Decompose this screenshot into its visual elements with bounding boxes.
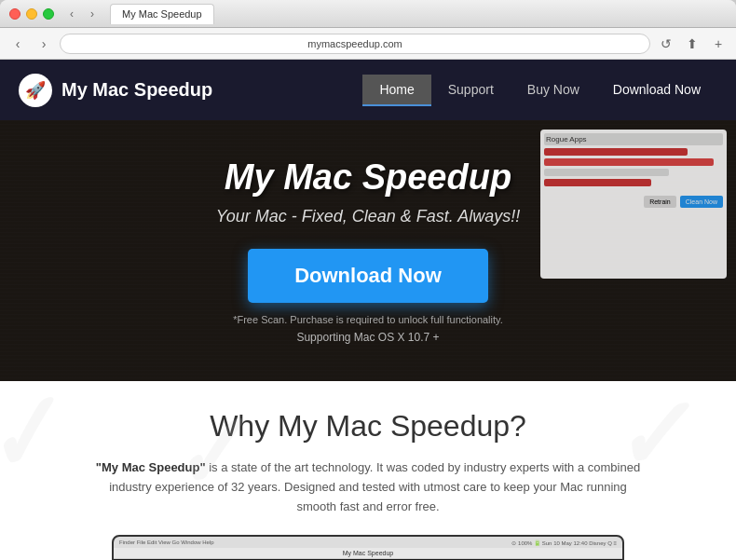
why-description: "My Mac Speedup" is a state of the art t… [89, 458, 647, 516]
tab-title: My Mac Speedup [122, 8, 202, 20]
toolbar-forward[interactable]: › [34, 34, 54, 54]
logo-rocket-icon: 🚀 [25, 80, 46, 101]
add-tab-button[interactable]: + [708, 34, 729, 54]
browser-window: ‹ › My Mac Speedup ‹ › mymacspeedup.com … [0, 0, 736, 60]
url-text: mymacspeedup.com [307, 38, 402, 49]
nav-link-home[interactable]: Home [362, 75, 430, 106]
close-button[interactable] [9, 8, 20, 20]
screenshot-inner: Rogue Apps Retrain Clean Now [540, 130, 727, 279]
finder-label: Finder File Edit View Go Window Help [119, 540, 214, 545]
bar-chart-3 [544, 169, 669, 176]
retrain-btn: Retrain [644, 196, 676, 208]
bar-chart-1 [544, 148, 688, 156]
website-content: 🚀 My Mac Speedup Home Support Buy Now Do… [0, 60, 736, 560]
forward-button[interactable]: › [84, 6, 101, 22]
tab-bar: My Mac Speedup [110, 4, 727, 24]
browser-tab[interactable]: My Mac Speedup [110, 4, 214, 24]
app-top-bar: Finder File Edit View Go Window Help ⊙ 1… [114, 537, 622, 548]
address-bar[interactable]: mymacspeedup.com [60, 34, 650, 54]
hero-support-text: Supporting Mac OS X 10.7 + [216, 331, 520, 344]
traffic-lights [9, 8, 54, 20]
nav-link-buy[interactable]: Buy Now [511, 75, 596, 106]
hero-note: *Free Scan. Purchase is required to unlo… [216, 314, 520, 325]
bar-chart-2 [544, 158, 714, 166]
back-button[interactable]: ‹ [63, 6, 80, 22]
why-section: ✓ ✓ ✓ Why My Mac Speedup? "My Mac Speedu… [0, 381, 736, 560]
browser-nav-buttons: ‹ › [63, 6, 101, 22]
app-screenshot-container: Finder File Edit View Go Window Help ⊙ 1… [56, 535, 680, 560]
hero-subtitle: Your Mac - Fixed, Clean & Fast. Always!! [216, 207, 520, 226]
site-navigation: 🚀 My Mac Speedup Home Support Buy Now Do… [0, 60, 736, 120]
bar-chart-4 [544, 179, 651, 186]
hero-title: My Mac Speedup [216, 157, 520, 198]
app-title-text: My Mac Speedup [343, 550, 393, 556]
why-title: Why My Mac Speedup? [56, 409, 680, 444]
logo-icon: 🚀 [19, 74, 52, 107]
brand-name: "My Mac Speedup" [96, 460, 206, 474]
screenshot-buttons: Retrain Clean Now [544, 196, 723, 208]
nav-links: Home Support Buy Now Download Now [362, 75, 717, 106]
clean-now-btn-overlay: Clean Now [680, 196, 723, 208]
share-button[interactable]: ⬆ [682, 34, 702, 54]
browser-titlebar: ‹ › My Mac Speedup [0, 0, 736, 28]
app-title-bar: My Mac Speedup [114, 548, 622, 559]
hero-section: Rogue Apps Retrain Clean Now My Mac Spee… [0, 120, 736, 381]
download-now-button[interactable]: Download Now [248, 249, 488, 303]
app-screenshot: Finder File Edit View Go Window Help ⊙ 1… [112, 535, 624, 560]
toolbar-back[interactable]: ‹ [7, 34, 28, 54]
site-logo: 🚀 My Mac Speedup [19, 74, 212, 107]
hero-screenshot-overlay: Rogue Apps Retrain Clean Now [540, 130, 727, 279]
status-bar-icons: ⊙ 100% 🔋 Sun 10 May 12:40 Disney Q ≡ [511, 540, 617, 546]
hero-content: My Mac Speedup Your Mac - Fixed, Clean &… [216, 157, 520, 344]
nav-link-download[interactable]: Download Now [596, 75, 717, 106]
nav-link-support[interactable]: Support [431, 75, 511, 106]
logo-text: My Mac Speedup [61, 79, 212, 101]
minimize-button[interactable] [26, 8, 37, 20]
refresh-button[interactable]: ↺ [656, 34, 676, 54]
screenshot-header: Rogue Apps [544, 133, 723, 145]
browser-toolbar: ‹ › mymacspeedup.com ↺ ⬆ + [0, 28, 736, 60]
maximize-button[interactable] [43, 8, 54, 20]
